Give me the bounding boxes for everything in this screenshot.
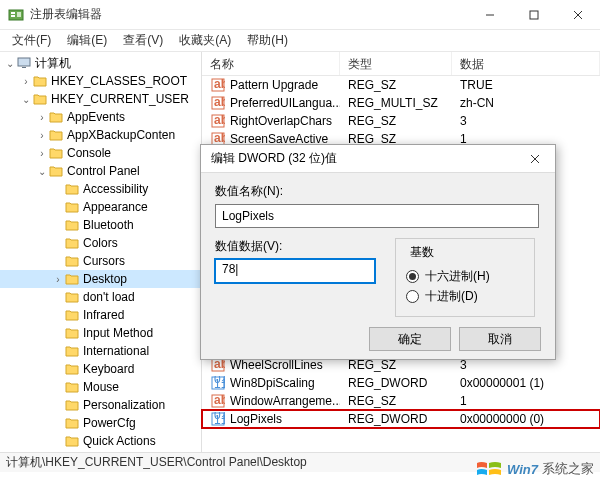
list-row[interactable]: 011110Win8DpiScalingREG_DWORD0x00000001 … <box>202 374 600 392</box>
value-data: 3 <box>452 114 600 128</box>
col-header-type[interactable]: 类型 <box>340 52 452 75</box>
menubar: 文件(F) 编辑(E) 查看(V) 收藏夹(A) 帮助(H) <box>0 30 600 52</box>
folder-icon <box>64 362 80 376</box>
chevron-right-icon[interactable]: › <box>52 274 64 285</box>
chevron-right-icon[interactable]: › <box>36 148 48 159</box>
dialog-close-button[interactable] <box>515 145 555 173</box>
tree-item[interactable]: Personalization <box>0 396 201 414</box>
value-type: REG_DWORD <box>340 376 452 390</box>
value-name: WindowArrangeme... <box>230 394 340 408</box>
tree-item[interactable]: Appearance <box>0 198 201 216</box>
value-data: zh-CN <box>452 96 600 110</box>
value-name: LogPixels <box>230 412 282 426</box>
menu-view[interactable]: 查看(V) <box>115 30 171 51</box>
tree-item[interactable]: Input Method <box>0 324 201 342</box>
value-name-input[interactable] <box>215 204 539 228</box>
tree-label: Quick Actions <box>83 434 156 448</box>
folder-icon <box>48 128 64 142</box>
registry-tree[interactable]: ⌄ 计算机 ›HKEY_CLASSES_ROOT⌄HKEY_CURRENT_US… <box>0 52 202 452</box>
tree-item[interactable]: ⌄HKEY_CURRENT_USER <box>0 90 201 108</box>
tree-item[interactable]: International <box>0 342 201 360</box>
status-path: 计算机\HKEY_CURRENT_USER\Control Panel\Desk… <box>6 454 307 471</box>
menu-favorites[interactable]: 收藏夹(A) <box>171 30 239 51</box>
tree-item[interactable]: Mouse <box>0 378 201 396</box>
tree-label: Cursors <box>83 254 125 268</box>
tree-label: PowerCfg <box>83 416 136 430</box>
tree-item[interactable]: ›Console <box>0 144 201 162</box>
list-row[interactable]: abPattern UpgradeREG_SZTRUE <box>202 76 600 94</box>
tree-item[interactable]: Sound <box>0 450 201 452</box>
tree-label: Mouse <box>83 380 119 394</box>
titlebar: 注册表编辑器 <box>0 0 600 30</box>
tree-item[interactable]: ›AppEvents <box>0 108 201 126</box>
folder-icon <box>48 164 64 178</box>
value-data: 1 <box>452 394 600 408</box>
menu-edit[interactable]: 编辑(E) <box>59 30 115 51</box>
value-name: Pattern Upgrade <box>230 78 318 92</box>
chevron-right-icon[interactable]: › <box>20 76 32 87</box>
tree-label: Desktop <box>83 272 127 286</box>
tree-label: Console <box>67 146 111 160</box>
folder-icon <box>64 218 80 232</box>
edit-dword-dialog: 编辑 DWORD (32 位)值 数值名称(N): 数值数据(V): 78 基数… <box>200 144 556 360</box>
tree-item[interactable]: don't load <box>0 288 201 306</box>
minimize-button[interactable] <box>468 0 512 30</box>
value-name: Win8DpiScaling <box>230 376 315 390</box>
radio-icon <box>406 270 419 283</box>
chevron-right-icon[interactable]: › <box>36 130 48 141</box>
tree-item[interactable]: PowerCfg <box>0 414 201 432</box>
tree-root[interactable]: ⌄ 计算机 <box>0 54 201 72</box>
maximize-button[interactable] <box>512 0 556 30</box>
tree-item[interactable]: Bluetooth <box>0 216 201 234</box>
close-button[interactable] <box>556 0 600 30</box>
cancel-button[interactable]: 取消 <box>459 327 541 351</box>
tree-item[interactable]: Infrared <box>0 306 201 324</box>
menu-file[interactable]: 文件(F) <box>4 30 59 51</box>
value-data: TRUE <box>452 78 600 92</box>
window-controls <box>468 0 600 30</box>
list-header: 名称 类型 数据 <box>202 52 600 76</box>
chevron-right-icon[interactable]: › <box>36 112 48 123</box>
value-name: PreferredUILangua... <box>230 96 340 110</box>
chevron-down-icon[interactable]: ⌄ <box>36 166 48 177</box>
ok-button[interactable]: 确定 <box>369 327 451 351</box>
tree-item[interactable]: ›AppXBackupConten <box>0 126 201 144</box>
chevron-down-icon[interactable]: ⌄ <box>20 94 32 105</box>
dialog-title-text: 编辑 DWORD (32 位)值 <box>211 150 337 167</box>
svg-rect-9 <box>22 67 26 68</box>
tree-item[interactable]: Colors <box>0 234 201 252</box>
tree-label: Keyboard <box>83 362 134 376</box>
folder-icon <box>64 254 80 268</box>
tree-label: 计算机 <box>35 55 71 72</box>
tree-item[interactable]: ⌄Control Panel <box>0 162 201 180</box>
tree-item[interactable]: ›HKEY_CLASSES_ROOT <box>0 72 201 90</box>
tree-label: HKEY_CLASSES_ROOT <box>51 74 187 88</box>
radio-dec[interactable]: 十进制(D) <box>406 288 524 305</box>
value-data-input[interactable]: 78 <box>215 259 375 283</box>
list-row[interactable]: abPreferredUILangua...REG_MULTI_SZzh-CN <box>202 94 600 112</box>
value-type: REG_SZ <box>340 394 452 408</box>
col-header-data[interactable]: 数据 <box>452 52 600 75</box>
folder-icon <box>48 110 64 124</box>
dialog-titlebar[interactable]: 编辑 DWORD (32 位)值 <box>201 145 555 173</box>
col-header-name[interactable]: 名称 <box>202 52 340 75</box>
tree-item[interactable]: Keyboard <box>0 360 201 378</box>
tree-item[interactable]: Accessibility <box>0 180 201 198</box>
tree-item[interactable]: Cursors <box>0 252 201 270</box>
tree-label: Control Panel <box>67 164 140 178</box>
list-row[interactable]: abWindowArrangeme...REG_SZ1 <box>202 392 600 410</box>
tree-item[interactable]: ›Desktop <box>0 270 201 288</box>
value-data: 0x00000001 (1) <box>452 376 600 390</box>
tree-item[interactable]: Quick Actions <box>0 432 201 450</box>
radio-hex[interactable]: 十六进制(H) <box>406 268 524 285</box>
list-row[interactable]: abRightOverlapCharsREG_SZ3 <box>202 112 600 130</box>
reg-binary-icon: 011110 <box>210 376 226 390</box>
svg-text:ab: ab <box>214 96 225 109</box>
menu-help[interactable]: 帮助(H) <box>239 30 296 51</box>
tree-label: Bluetooth <box>83 218 134 232</box>
svg-rect-3 <box>17 12 21 17</box>
folder-icon <box>32 74 48 88</box>
chevron-down-icon[interactable]: ⌄ <box>4 58 16 69</box>
tree-label: International <box>83 344 149 358</box>
list-row[interactable]: 011110LogPixelsREG_DWORD0x00000000 (0) <box>202 410 600 428</box>
